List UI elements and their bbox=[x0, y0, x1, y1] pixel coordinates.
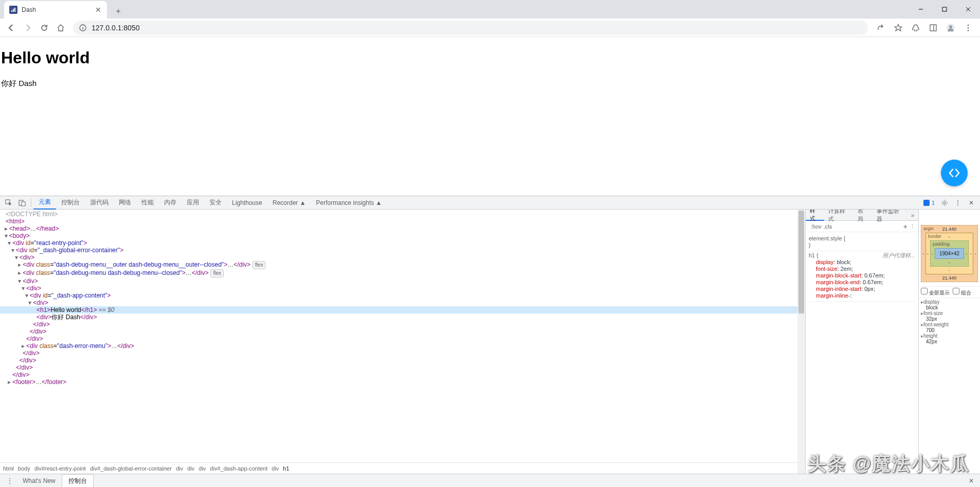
bookmark-icon[interactable] bbox=[890, 21, 906, 35]
computed-properties[interactable]: ▸ displayblock▸ font-size32px▸ font-weig… bbox=[919, 298, 980, 345]
browser-tab[interactable]: Dash ✕ bbox=[4, 1, 107, 19]
dom-node[interactable]: <div>你好 Dash</div> bbox=[0, 314, 797, 321]
devtools-settings-icon[interactable] bbox=[938, 196, 951, 210]
dom-node[interactable]: </div> bbox=[0, 371, 797, 378]
dom-node[interactable]: ▸<footer>…</footer> bbox=[0, 378, 797, 386]
devtools-tab[interactable]: 源代码 bbox=[85, 196, 114, 210]
breadcrumb-item[interactable]: div bbox=[187, 465, 194, 472]
dom-node[interactable]: ▾<div> bbox=[0, 285, 797, 292]
sidepanel-icon[interactable] bbox=[925, 21, 941, 35]
dom-node[interactable]: </div> bbox=[0, 321, 797, 328]
dash-debug-button[interactable] bbox=[941, 160, 968, 186]
dom-node[interactable]: <h1>Hello world</h1> == $0 bbox=[0, 306, 797, 314]
issues-badge[interactable]: 1 bbox=[920, 200, 938, 206]
dom-node[interactable]: ▾<div> bbox=[0, 299, 797, 306]
breadcrumb-item[interactable]: div bbox=[176, 465, 183, 472]
styles-subtab[interactable]: 样式 bbox=[806, 210, 824, 221]
drawer-close-icon[interactable]: ✕ bbox=[966, 477, 977, 484]
drawer-tab-console[interactable]: 控制台 bbox=[62, 474, 94, 488]
home-button[interactable] bbox=[54, 21, 68, 35]
css-declaration[interactable]: margin-inline-start: 0px; bbox=[809, 286, 915, 292]
elements-tree[interactable]: <!DOCTYPE html> <html> ▸<head>…</head> ▾… bbox=[0, 210, 797, 462]
dom-node[interactable]: ▾<div> bbox=[0, 277, 797, 285]
window-close-button[interactable] bbox=[956, 0, 980, 19]
elements-breadcrumbs[interactable]: html body div#react-entry-point div#_das… bbox=[0, 462, 797, 474]
css-declaration[interactable]: font-size: 2em; bbox=[809, 266, 915, 272]
computed-row[interactable]: ▸ font-weight bbox=[921, 322, 978, 327]
group-checkbox[interactable]: 组合 bbox=[953, 288, 971, 297]
devtools-close-icon[interactable]: ✕ bbox=[965, 196, 978, 210]
more-styles-icon[interactable]: ⋮ bbox=[910, 223, 915, 230]
styles-subtab[interactable]: 事件监听器 bbox=[872, 210, 907, 221]
drawer-tab-whatsnew[interactable]: What's New bbox=[16, 474, 62, 488]
box-model-diagram[interactable]: argin 21.440 21.440 - - border - - - - bbox=[919, 221, 980, 286]
cls-toggle[interactable]: .cls bbox=[824, 223, 832, 230]
breadcrumb-item[interactable]: html bbox=[3, 465, 14, 472]
breadcrumb-item[interactable]: h1 bbox=[283, 465, 289, 472]
dom-node[interactable]: ▾<body> bbox=[0, 232, 797, 239]
dom-node[interactable]: ▸<div class="dash-error-menu">…</div> bbox=[0, 342, 797, 350]
dom-node[interactable]: ▾<div id="_dash-app-content"> bbox=[0, 292, 797, 299]
devtools-tab[interactable]: 性能 bbox=[136, 196, 159, 210]
css-declaration[interactable]: margin-block-start: 0.67em; bbox=[809, 272, 915, 279]
computed-row[interactable]: ▸ height bbox=[921, 333, 978, 339]
styles-rules[interactable]: element.style { } 用户代理样... h1 { display:… bbox=[806, 232, 918, 474]
devtools-tab[interactable]: 控制台 bbox=[56, 196, 85, 210]
breadcrumb-item[interactable]: div bbox=[199, 465, 206, 472]
drawer-menu-icon[interactable]: ⋮ bbox=[3, 474, 16, 488]
dom-node[interactable]: </div> bbox=[0, 357, 797, 364]
menu-icon[interactable] bbox=[960, 21, 976, 35]
devtools-tab[interactable]: Recorder ▲ bbox=[268, 196, 311, 210]
device-toggle-button[interactable] bbox=[15, 196, 29, 210]
styles-tabs-overflow[interactable]: » bbox=[907, 210, 918, 221]
dom-node[interactable]: </div> bbox=[0, 328, 797, 335]
styles-filter-bar[interactable]: :hov .cls + ⋮ bbox=[806, 221, 918, 232]
dom-node[interactable]: ▾<div id="react-entry-point"> bbox=[0, 239, 797, 247]
address-bar[interactable]: 127.0.0.1:8050 bbox=[73, 21, 868, 35]
css-declaration[interactable]: display: block; bbox=[809, 259, 915, 266]
dom-node[interactable]: ▸<div class="dash-debug-menu dash-debug-… bbox=[0, 269, 797, 277]
new-rule-button[interactable]: + bbox=[903, 222, 907, 231]
share-icon[interactable] bbox=[873, 21, 888, 35]
devtools-tab[interactable]: 内存 bbox=[159, 196, 182, 210]
breadcrumb-item[interactable]: div#_dash-global-error-container bbox=[90, 465, 172, 472]
dom-node[interactable]: ▾<div id="_dash-global-error-container"> bbox=[0, 247, 797, 254]
dom-node[interactable]: <!DOCTYPE html> bbox=[0, 211, 797, 218]
window-maximize-button[interactable] bbox=[933, 0, 956, 19]
dom-node[interactable]: <html> bbox=[0, 218, 797, 225]
show-all-checkbox[interactable]: 全部显示 bbox=[921, 288, 950, 297]
devtools-tab[interactable]: 安全 bbox=[204, 196, 227, 210]
styles-subtab[interactable]: 计算样式 bbox=[824, 210, 853, 221]
profile-icon[interactable] bbox=[943, 21, 958, 35]
new-tab-button[interactable]: + bbox=[111, 4, 126, 19]
breadcrumb-item[interactable]: body bbox=[18, 465, 30, 472]
dom-node[interactable]: </div> bbox=[0, 335, 797, 342]
extensions-icon[interactable] bbox=[908, 21, 923, 35]
window-minimize-button[interactable] bbox=[909, 0, 933, 19]
breadcrumb-item[interactable]: div#react-entry-point bbox=[34, 465, 86, 472]
breadcrumb-item[interactable]: div bbox=[272, 465, 279, 472]
dom-node[interactable]: ▸<div class="dash-debug-menu__outer dash… bbox=[0, 261, 797, 269]
elements-scrollbar[interactable] bbox=[797, 210, 805, 474]
tab-close-icon[interactable]: ✕ bbox=[95, 6, 102, 13]
dom-node[interactable]: </div> bbox=[0, 364, 797, 371]
back-button[interactable] bbox=[4, 21, 19, 35]
css-declaration[interactable]: margin-inline-: bbox=[809, 292, 915, 299]
devtools-tab[interactable]: 应用 bbox=[182, 196, 204, 210]
hov-toggle[interactable]: :hov bbox=[811, 223, 822, 230]
reload-button[interactable] bbox=[37, 21, 51, 35]
dom-node[interactable]: ▾<div> bbox=[0, 254, 797, 261]
computed-row[interactable]: ▸ font-size bbox=[921, 310, 978, 316]
dom-node[interactable]: ▸<head>…</head> bbox=[0, 225, 797, 232]
devtools-tab[interactable]: 元素 bbox=[33, 196, 56, 210]
dom-node[interactable]: </div> bbox=[0, 350, 797, 357]
forward-button[interactable] bbox=[21, 21, 35, 35]
devtools-tab[interactable]: Lighthouse bbox=[227, 196, 268, 210]
breadcrumb-item[interactable]: div#_dash-app-content bbox=[210, 465, 268, 472]
devtools-more-icon[interactable] bbox=[951, 196, 965, 210]
computed-row[interactable]: ▸ display bbox=[921, 299, 978, 305]
site-info-icon[interactable] bbox=[79, 24, 86, 31]
devtools-tab[interactable]: 网络 bbox=[114, 196, 136, 210]
styles-subtab[interactable]: 布局 bbox=[853, 210, 872, 221]
devtools-tab[interactable]: Performance insights ▲ bbox=[311, 196, 387, 210]
